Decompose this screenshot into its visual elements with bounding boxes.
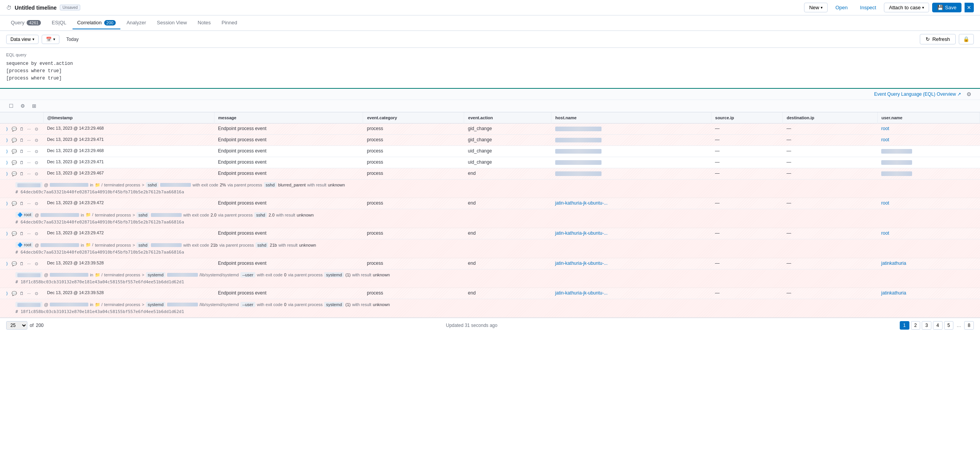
col-destination-ip[interactable]: destination.ip [783, 112, 877, 124]
more-actions-icon[interactable]: ··· [26, 148, 32, 154]
col-host-name[interactable]: host.name [551, 112, 711, 124]
columns-button[interactable]: ⊞ [29, 102, 39, 110]
col-message[interactable]: message [214, 112, 363, 124]
investigate-icon[interactable]: 💬 [11, 137, 17, 143]
add-note-icon[interactable]: 🗒 [19, 261, 25, 267]
add-note-icon[interactable]: 🗒 [19, 148, 25, 154]
col-timestamp[interactable]: @timestamp [43, 112, 214, 124]
tab-session-view[interactable]: Session View [152, 17, 191, 29]
expand-icon[interactable]: ⟩ [4, 148, 10, 154]
detail-exit-code: 21b [211, 243, 218, 247]
expand-icon[interactable]: ⟩ [4, 230, 10, 237]
settings-icon-button[interactable]: ⚙ [18, 102, 28, 110]
col-event-action[interactable]: event.action [464, 112, 551, 124]
detail-action-label: terminated process [104, 273, 140, 277]
investigate-icon[interactable]: 💬 [11, 126, 17, 132]
more-actions-icon[interactable]: ··· [26, 159, 32, 166]
more-actions-icon[interactable]: ··· [26, 171, 32, 177]
table-row: ⟩ 💬 🗒 ··· ⊙ Dec 13, 2023 @ 14:23:29.468 … [0, 146, 980, 157]
expand-icon[interactable]: ⟩ [4, 261, 10, 267]
share-button[interactable]: 🔒 [959, 34, 974, 44]
investigate-icon[interactable]: 💬 [11, 261, 17, 267]
refresh-button[interactable]: ↻ Refresh [920, 34, 956, 44]
more-actions-icon[interactable]: ··· [26, 261, 32, 267]
investigate-icon[interactable]: 💬 [11, 148, 17, 154]
page-2-button[interactable]: 2 [911, 321, 921, 330]
col-event-category[interactable]: event.category [363, 112, 464, 124]
investigate-icon[interactable]: 💬 [11, 290, 17, 296]
add-note-icon[interactable]: 🗒 [19, 290, 25, 296]
expand-icon[interactable]: ⟩ [4, 159, 10, 166]
detail-in: in [90, 273, 93, 277]
expand-icon[interactable]: ⟩ [4, 290, 10, 296]
add-note-icon[interactable]: 🗒 [19, 171, 25, 177]
new-button[interactable]: New ▾ [804, 3, 828, 12]
pin-icon[interactable]: ⊙ [33, 159, 39, 166]
tab-analyzer[interactable]: Analyzer [122, 17, 151, 29]
investigate-icon[interactable]: 💬 [11, 230, 17, 237]
page-size-select[interactable]: 25 50 100 [6, 321, 27, 330]
detail-user-badge [15, 272, 42, 278]
attach-button[interactable]: Attach to case ▾ [884, 3, 929, 12]
pin-icon[interactable]: ⊙ [33, 148, 39, 154]
more-actions-icon[interactable]: ··· [26, 137, 32, 143]
save-button[interactable]: 💾 Save [932, 3, 961, 12]
add-note-icon[interactable]: 🗒 [19, 126, 25, 132]
open-button[interactable]: Open [831, 3, 852, 12]
expand-icon[interactable]: ⟩ [4, 171, 10, 177]
tab-pinned[interactable]: Pinned [217, 17, 242, 29]
pin-icon[interactable]: ⊙ [33, 126, 39, 132]
save-close-button[interactable]: ✕ [965, 3, 974, 12]
pin-icon[interactable]: ⊙ [33, 230, 39, 237]
pin-icon[interactable]: ⊙ [33, 137, 39, 143]
tab-correlation[interactable]: Correlation 200 [73, 17, 120, 29]
pin-icon[interactable]: ⊙ [33, 200, 39, 206]
more-actions-icon[interactable]: ··· [26, 126, 32, 132]
more-actions-icon[interactable]: ··· [26, 290, 32, 296]
eql-code-editor[interactable]: sequence by event.action [process where … [6, 60, 974, 83]
detail-folder-icon: 📁 / [86, 242, 93, 247]
col-user-name[interactable]: user.name [877, 112, 980, 124]
add-note-icon[interactable]: 🗒 [19, 137, 25, 143]
select-all-button[interactable]: ☐ [6, 102, 16, 110]
investigate-icon[interactable]: 💬 [11, 159, 17, 166]
detail-parent-label: via parent process [219, 243, 254, 247]
investigate-icon[interactable]: 💬 [11, 171, 17, 177]
row-actions-cell: ⟩ 💬 🗒 ··· ⊙ [0, 228, 43, 239]
investigate-icon[interactable]: 💬 [11, 200, 17, 206]
expand-icon[interactable]: ⟩ [4, 137, 10, 143]
expand-icon[interactable]: ⟩ [4, 200, 10, 206]
page-5-button[interactable]: 5 [944, 321, 954, 330]
more-actions-icon[interactable]: ··· [26, 230, 32, 237]
page-8-button[interactable]: 8 [964, 321, 974, 330]
event-action-cell: end [464, 198, 551, 209]
pin-icon[interactable]: ⊙ [33, 261, 39, 267]
eql-line1: sequence by event.action [6, 60, 974, 68]
page-3-button[interactable]: 3 [922, 321, 931, 330]
host-name-cell [551, 124, 711, 135]
inspect-button[interactable]: Inspect [855, 3, 881, 12]
detail-result-value: unknown [373, 273, 390, 277]
timeline-icon: ⏱ [6, 5, 12, 11]
pin-icon[interactable]: ⊙ [33, 290, 39, 296]
data-view-button[interactable]: Data view ▾ [6, 35, 39, 44]
table-settings-button[interactable]: ⚙ [964, 90, 974, 98]
tab-query[interactable]: Query 4261 [6, 17, 46, 29]
detail-parent-label: via parent process [228, 183, 262, 187]
pin-icon[interactable]: ⊙ [33, 171, 39, 177]
col-source-ip[interactable]: source.ip [711, 112, 783, 124]
detail-arrow: > [142, 183, 144, 187]
add-note-icon[interactable]: 🗒 [19, 159, 25, 166]
page-1-button[interactable]: 1 [900, 321, 909, 330]
save-label: Save [945, 5, 956, 10]
expand-icon[interactable]: ⟩ [4, 126, 10, 132]
add-note-icon[interactable]: 🗒 [19, 200, 25, 206]
add-note-icon[interactable]: 🗒 [19, 230, 25, 237]
tab-esql[interactable]: ES|QL [47, 17, 71, 29]
calendar-button[interactable]: 📅 ▾ [42, 35, 59, 44]
tab-notes[interactable]: Notes [193, 17, 215, 29]
eql-overview-link[interactable]: Event Query Language (EQL) Overview ↗ [874, 91, 961, 97]
more-actions-icon[interactable]: ··· [26, 200, 32, 206]
table-row: ⟩ 💬 🗒 ··· ⊙ Dec 13, 2023 @ 14:23:29.467 … [0, 168, 980, 179]
page-4-button[interactable]: 4 [933, 321, 943, 330]
